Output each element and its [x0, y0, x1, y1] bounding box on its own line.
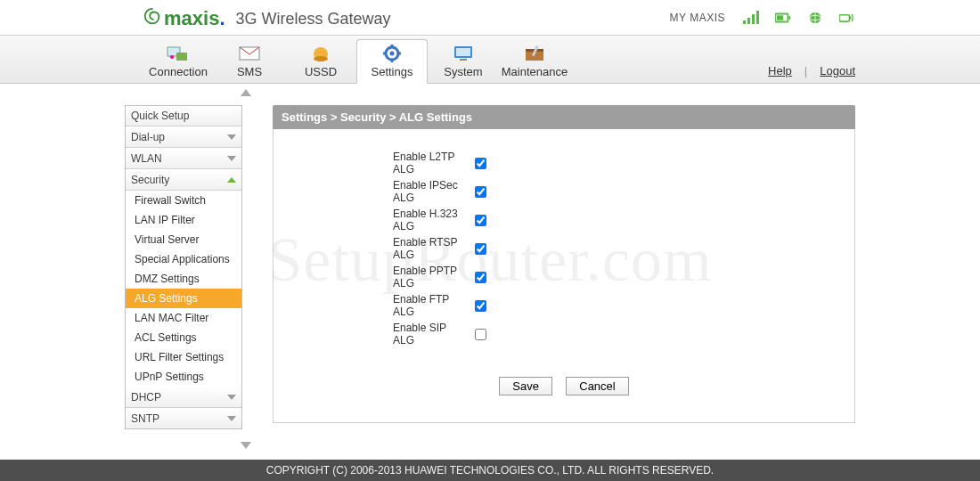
top-right: MY MAXIS — [670, 0, 855, 36]
row-ipsec: Enable IPSec ALG — [309, 179, 819, 204]
side-security-lan-ip[interactable]: LAN IP Filter — [126, 210, 241, 230]
row-h323: Enable H.323 ALG — [309, 208, 819, 232]
side-security-acl[interactable]: ACL Settings — [126, 328, 241, 347]
save-button[interactable]: Save — [499, 377, 552, 395]
row-ftp: Enable FTP ALG — [309, 293, 819, 318]
side-security-alg[interactable]: ALG Settings — [126, 289, 241, 308]
side-dhcp[interactable]: DHCP — [126, 387, 241, 408]
cancel-button[interactable]: Cancel — [566, 377, 628, 395]
pipe-divider: | — [804, 64, 807, 77]
side-sntp[interactable]: SNTP — [126, 408, 241, 428]
row-sip: Enable SIP ALG — [309, 322, 819, 346]
side-label: Security — [131, 174, 169, 186]
tab-label: Connection — [149, 65, 208, 78]
topbar: maxis. 3G Wireless Gateway MY MAXIS — [0, 0, 980, 36]
wifi-icon — [839, 10, 855, 26]
chevron-up-icon — [227, 177, 236, 183]
logo-wrap: maxis. 3G Wireless Gateway — [143, 7, 391, 29]
connection-icon — [166, 44, 191, 63]
tab-label: USSD — [305, 65, 337, 78]
sidebar: Quick Setup Dial-up WLAN Security Firewa… — [125, 84, 242, 454]
label-rtsp: Enable RTSP ALG — [309, 236, 470, 261]
side-security-firewall[interactable]: Firewall Switch — [126, 191, 241, 210]
signal-icon — [743, 10, 759, 26]
chevron-down-icon — [227, 156, 236, 161]
tab-settings[interactable]: Settings — [356, 39, 428, 84]
help-link[interactable]: Help — [768, 64, 792, 77]
side-label: SNTP — [131, 412, 159, 425]
brand-logo: maxis. — [143, 7, 225, 29]
brand-dot: . — [219, 7, 225, 29]
content-panel: Enable L2TP ALG Enable IPSec ALG Enable … — [273, 129, 855, 423]
tab-system[interactable]: System — [428, 40, 499, 83]
globe-icon — [807, 10, 823, 26]
battery-icon — [775, 10, 791, 26]
svg-rect-2 — [752, 14, 755, 24]
side-label: Dial-up — [131, 131, 165, 143]
maintenance-icon — [522, 44, 547, 63]
svg-rect-3 — [756, 11, 759, 24]
svg-rect-12 — [176, 53, 187, 61]
chevron-down-icon — [227, 395, 236, 400]
row-l2tp: Enable L2TP ALG — [309, 151, 819, 175]
system-icon — [451, 44, 476, 63]
checkbox-h323[interactable] — [475, 215, 486, 226]
label-ipsec: Enable IPSec ALG — [309, 179, 470, 204]
content: Settings > Security > ALG Settings Enabl… — [242, 84, 855, 454]
svg-point-13 — [170, 55, 174, 59]
row-pptp: Enable PPTP ALG — [309, 265, 819, 289]
tab-label: Maintenance — [502, 65, 568, 78]
side-wlan[interactable]: WLAN — [126, 148, 241, 169]
tab-sms[interactable]: SMS — [214, 40, 285, 83]
side-security-virtual[interactable]: Virtual Server — [126, 230, 241, 249]
checkbox-pptp[interactable] — [475, 272, 486, 283]
side-security[interactable]: Security — [126, 169, 241, 191]
side-security-dmz[interactable]: DMZ Settings — [126, 269, 241, 289]
svg-rect-5 — [777, 15, 783, 20]
checkbox-rtsp[interactable] — [475, 243, 486, 255]
side-security-lan-mac[interactable]: LAN MAC Filter — [126, 308, 241, 328]
ussd-icon — [308, 44, 333, 63]
svg-rect-10 — [839, 15, 849, 21]
label-ftp: Enable FTP ALG — [309, 293, 470, 318]
button-row: Save Cancel — [309, 377, 819, 395]
svg-rect-24 — [456, 48, 470, 56]
svg-rect-6 — [788, 16, 790, 20]
label-h323: Enable H.323 ALG — [309, 208, 470, 232]
brand-text: maxis — [164, 7, 219, 29]
settings-icon — [380, 44, 404, 63]
chevron-down-icon — [227, 135, 236, 140]
chevron-down-icon — [227, 416, 236, 421]
sms-icon — [237, 44, 262, 63]
product-name: 3G Wireless Gateway — [236, 10, 391, 29]
checkbox-ipsec[interactable] — [475, 186, 486, 198]
side-security-url[interactable]: URL Filter Settings — [126, 347, 241, 367]
svg-rect-1 — [747, 18, 750, 24]
checkbox-sip[interactable] — [475, 329, 486, 340]
tab-ussd[interactable]: USSD — [285, 40, 356, 83]
label-pptp: Enable PPTP ALG — [309, 265, 470, 289]
row-rtsp: Enable RTSP ALG — [309, 236, 819, 261]
side-quick-setup[interactable]: Quick Setup — [126, 106, 241, 126]
sidebar-box: Quick Setup Dial-up WLAN Security Firewa… — [125, 105, 242, 429]
logo-swirl-icon — [143, 7, 162, 27]
footer: COPYRIGHT (C) 2006-2013 HUAWEI TECHNOLOG… — [0, 460, 980, 481]
svg-point-18 — [390, 52, 395, 56]
side-security-special[interactable]: Special Applications — [126, 249, 241, 269]
status-icons — [743, 10, 855, 26]
my-maxis-link[interactable]: MY MAXIS — [670, 12, 725, 24]
label-sip: Enable SIP ALG — [309, 322, 470, 346]
tab-connection[interactable]: Connection — [143, 40, 214, 83]
checkbox-l2tp[interactable] — [475, 158, 486, 169]
logout-link[interactable]: Logout — [820, 64, 855, 77]
tab-label: SMS — [237, 65, 262, 78]
checkbox-ftp[interactable] — [475, 300, 486, 312]
side-label: WLAN — [131, 152, 162, 165]
side-dial-up[interactable]: Dial-up — [126, 126, 241, 148]
svg-rect-25 — [460, 59, 467, 61]
breadcrumb: Settings > Security > ALG Settings — [273, 105, 855, 129]
svg-rect-0 — [743, 20, 746, 24]
tab-maintenance[interactable]: Maintenance — [499, 40, 570, 83]
body-row: Quick Setup Dial-up WLAN Security Firewa… — [125, 84, 855, 454]
side-security-upnp[interactable]: UPnP Settings — [126, 367, 241, 387]
